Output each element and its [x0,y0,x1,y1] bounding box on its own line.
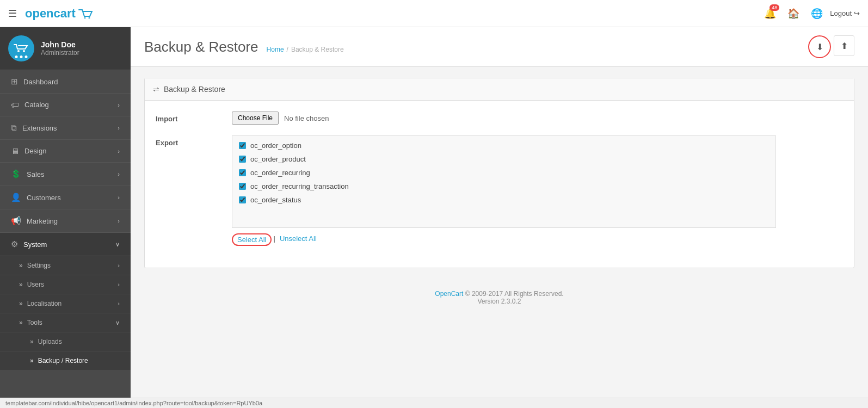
sales-icon: 💲 [11,169,21,179]
main-layout: John Doe Administrator ⊞ Dashboard 🏷 Cat… [0,27,868,398]
notifications-button[interactable]: 🔔 48 [760,3,780,24]
user-avatar [8,35,34,61]
export-item-label: oc_order_recurring_transaction [250,182,349,190]
sidebar-item-label: System [23,240,47,249]
import-row: Import Choose File No file chosen [156,112,843,125]
subitem-label: Settings [27,262,51,269]
breadcrumb-separator: / [287,46,288,53]
top-right-actions: 🔔 48 🏠 🌐 Logout ↪ [760,3,860,24]
export-item-5: oc_order_status [232,193,775,207]
sidebar-item-catalog[interactable]: 🏷 Catalog › [0,94,131,116]
sidebar-subitem-backup-restore[interactable]: » Backup / Restore [0,351,131,370]
logo-text: opencart [25,7,76,21]
footer-copyright-text: © 2009-2017 All Rights Reserved. [465,290,564,298]
user-role: Administrator [41,49,79,57]
sidebar-item-label: Catalog [24,101,49,109]
subitem-label: Users [27,281,44,288]
customers-icon: 👤 [11,193,21,202]
hamburger-icon[interactable]: ☰ [8,8,17,20]
choose-file-button[interactable]: Choose File [232,112,279,125]
page-actions: ⬇ ⬆ [808,35,854,58]
link-separator: | [273,233,275,246]
export-row: Export oc_order_option oc_order_product [156,135,843,246]
sidebar-item-marketing[interactable]: 📢 Marketing › [0,209,131,233]
no-file-label: No file chosen [284,114,329,122]
marketing-icon: 📢 [11,216,21,226]
sidebar: John Doe Administrator ⊞ Dashboard 🏷 Cat… [0,27,131,398]
chevron-down-icon: ∨ [115,241,120,248]
svg-point-3 [23,50,25,52]
sidebar-subitem-tools[interactable]: » Tools ∨ [0,313,131,332]
page-header: Backup & Restore Home / Backup & Restore… [131,27,868,67]
export-list[interactable]: oc_order_option oc_order_product oc_orde… [232,135,776,228]
sidebar-subitem-users[interactable]: » Users › [0,275,131,294]
subitem-label: Backup / Restore [38,357,88,364]
logout-icon: ↪ [854,9,860,17]
support-icon: 🌐 [811,8,823,20]
export-checkbox-1[interactable] [239,142,246,149]
sidebar-item-design[interactable]: 🖥 Design › [0,140,131,163]
content-area: Backup & Restore Home / Backup & Restore… [131,27,868,398]
chevron-right-icon: › [118,194,120,201]
opencart-link[interactable]: OpenCart [435,290,463,298]
transfer-icon: ⇌ [153,85,159,94]
export-checkbox-3[interactable] [239,169,246,176]
chevron-right-icon: › [118,125,120,131]
sidebar-item-label: Sales [27,170,45,178]
export-label: Export [156,135,232,147]
export-item-label: oc_order_product [250,155,306,163]
backup-restore-card: ⇌ Backup & Restore Import Choose File No… [144,78,854,268]
logo-cart-icon [78,9,93,18]
user-name: John Doe [41,40,79,49]
file-input-wrapper: Choose File No file chosen [232,112,843,125]
svg-point-2 [17,50,20,52]
select-all-link[interactable]: Select All [232,233,272,246]
subitem-label: Localisation [27,300,61,307]
export-download-button[interactable]: ⬇ [808,35,831,58]
double-arrow-icon: » [19,319,23,326]
footer-version: Version 2.3.0.2 [141,298,857,305]
chevron-down-icon: ∨ [115,319,120,326]
footer-copyright: OpenCart © 2009-2017 All Rights Reserved… [141,290,857,298]
logout-label: Logout [830,9,852,17]
support-button[interactable]: 🌐 [807,3,827,24]
sidebar-item-extensions[interactable]: ⧉ Extensions › [0,116,131,140]
logo: opencart [25,7,760,21]
sidebar-item-dashboard[interactable]: ⊞ Dashboard [0,70,131,94]
card-header: ⇌ Backup & Restore [145,78,854,101]
sidebar-item-sales[interactable]: 💲 Sales › [0,163,131,186]
import-upload-button[interactable]: ⬆ [834,35,854,56]
svg-point-1 [88,17,90,18]
sidebar-item-label: Design [24,147,46,155]
home-icon: 🏠 [787,8,799,20]
export-item-label: oc_order_status [250,196,301,204]
sidebar-subitem-settings[interactable]: » Settings › [0,256,131,275]
user-dots [15,55,28,58]
export-item-4: oc_order_recurring_transaction [232,180,775,193]
top-navbar: ☰ opencart 🔔 48 🏠 🌐 Logout ↪ [0,0,868,27]
export-item-2: oc_order_product [232,152,775,166]
export-checkbox-5[interactable] [239,196,246,203]
sidebar-item-label: Customers [27,194,61,202]
chevron-right-icon: › [118,218,120,224]
export-checkbox-4[interactable] [239,183,246,190]
export-checkbox-2[interactable] [239,156,246,163]
sidebar-item-system[interactable]: ⚙ System ∨ [0,233,131,256]
chevron-right-icon: › [118,281,120,288]
design-icon: 🖥 [11,146,19,156]
card-body: Import Choose File No file chosen Export [145,101,854,268]
logout-button[interactable]: Logout ↪ [830,9,860,17]
sidebar-subitem-uploads[interactable]: » Uploads [0,332,131,351]
select-links: Select All | Unselect All [232,233,843,246]
unselect-all-link[interactable]: Unselect All [277,233,319,246]
catalog-icon: 🏷 [11,100,19,109]
breadcrumb-home[interactable]: Home [267,46,284,53]
system-icon: ⚙ [11,239,18,249]
sidebar-item-customers[interactable]: 👤 Customers › [0,186,131,209]
home-button[interactable]: 🏠 [783,3,804,24]
double-arrow-icon: » [19,300,23,307]
double-arrow-icon: » [19,262,23,269]
chevron-right-icon: › [118,102,120,108]
export-item-label: oc_order_recurring [250,169,310,177]
sidebar-subitem-localisation[interactable]: » Localisation › [0,294,131,313]
